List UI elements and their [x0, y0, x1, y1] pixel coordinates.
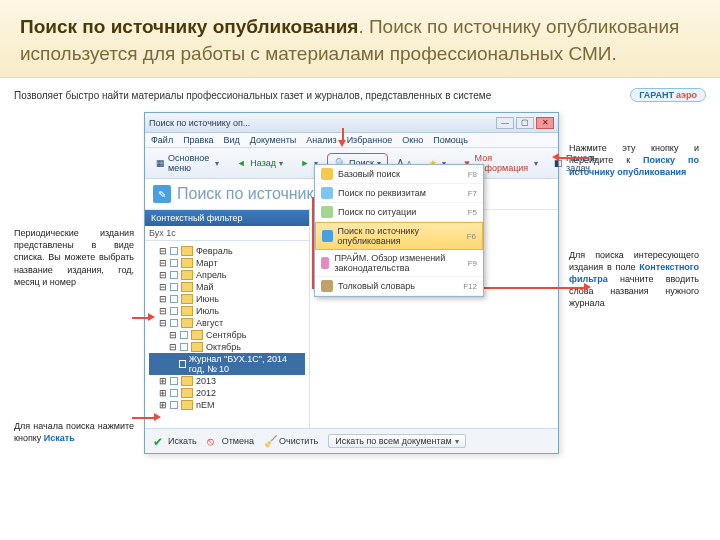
dropdown-prime[interactable]: ПРАЙМ. Обзор изменений законодательстваF…: [315, 250, 483, 277]
minimize-button[interactable]: —: [496, 117, 514, 129]
check-icon: ✔: [153, 435, 165, 447]
cancel-icon: ⦸: [207, 435, 219, 447]
main-menu-button[interactable]: ▦ Основное меню▾: [151, 151, 224, 175]
menu-help[interactable]: Помощь: [433, 135, 468, 145]
title-bold: Поиск по источнику опубликования: [20, 16, 358, 37]
top-caption: Позволяет быстро найти материалы професс…: [14, 90, 491, 101]
arrow-head-left2: [154, 413, 161, 421]
dropdown-by-details[interactable]: Поиск по реквизитамF7: [315, 184, 483, 203]
footer-clear-button[interactable]: 🧹Очистить: [264, 435, 318, 447]
window-title: Поиск по источнику оп...: [149, 118, 250, 128]
maximize-button[interactable]: ▢: [516, 117, 534, 129]
footer-search-all-button[interactable]: Искать по всем документам ▾: [328, 434, 466, 448]
slide-title: Поиск по источнику опубликования. Поиск …: [20, 14, 700, 67]
close-button[interactable]: ✕: [536, 117, 554, 129]
forward-icon: ►: [299, 157, 311, 169]
window-titlebar: Поиск по источнику оп... — ▢ ✕: [145, 113, 558, 133]
slide-content: Позволяет быстро найти материалы професс…: [0, 78, 720, 464]
callouts-left: Периодические издания представлены в вид…: [14, 112, 134, 454]
menu-view[interactable]: Вид: [224, 135, 240, 145]
arrow-head-right2: [584, 283, 591, 291]
garant-logo: ГАРАНТаэро: [630, 88, 706, 102]
left-panel: Контекстный фильтер Бух 1с ⊟Февраль ⊟Мар…: [145, 210, 310, 428]
menu-edit[interactable]: Правка: [183, 135, 213, 145]
menu-file[interactable]: Файл: [151, 135, 173, 145]
menubar: Файл Правка Вид Документы Анализ Избранн…: [145, 133, 558, 148]
menu-documents[interactable]: Документы: [250, 135, 296, 145]
slide-header: Поиск по источнику опубликования. Поиск …: [0, 0, 720, 78]
publication-tree[interactable]: ⊟Февраль ⊟Март ⊟Апрель ⊟Май ⊟Июнь ⊟Июль …: [145, 241, 309, 428]
arrow-to-right1: [559, 157, 589, 159]
footer-cancel-button[interactable]: ⦸Отмена: [207, 435, 254, 447]
arrow-head-down: [338, 140, 346, 147]
footer-search-button[interactable]: ✔Искать: [153, 435, 197, 447]
home-icon: ▦: [156, 157, 165, 169]
dropdown-dictionary[interactable]: Толковый словарьF12: [315, 277, 483, 296]
clear-icon: 🧹: [264, 435, 276, 447]
back-button[interactable]: ◄ Назад▾: [230, 155, 288, 171]
menu-window[interactable]: Окно: [402, 135, 423, 145]
arrow-head-left1: [148, 313, 155, 321]
callout-left-search: Для начала поиска нажмите кнопку Искать: [14, 420, 134, 444]
arrow-left2: [132, 417, 156, 419]
context-filter-input[interactable]: Бух 1с: [145, 226, 309, 241]
dropdown-basic-search[interactable]: Базовый поискF8: [315, 165, 483, 184]
context-filter-header: Контекстный фильтер: [145, 210, 309, 226]
callout-right-filter: Для поиска интересующего издания в поле …: [569, 249, 699, 310]
source-icon: ✎: [153, 185, 171, 203]
tree-selected-item[interactable]: Журнал "БУХ.1С", 2014 год, № 10: [149, 353, 305, 375]
top-caption-row: Позволяет быстро найти материалы професс…: [14, 88, 706, 102]
dropdown-by-source[interactable]: Поиск по источнику опубликованияF6: [315, 222, 483, 250]
callout-left-list: Периодические издания представлены в вид…: [14, 227, 134, 288]
back-icon: ◄: [235, 157, 247, 169]
dropdown-by-situation[interactable]: Поиск по ситуацииF5: [315, 203, 483, 222]
footer-bar: ✔Искать ⦸Отмена 🧹Очистить Искать по всем…: [145, 428, 558, 453]
arrow-head-right1: [552, 153, 559, 161]
search-dropdown: Базовый поискF8 Поиск по реквизитамF7 По…: [314, 164, 484, 297]
menu-favorites[interactable]: Избранное: [347, 135, 393, 145]
menu-analysis[interactable]: Анализ: [306, 135, 336, 145]
